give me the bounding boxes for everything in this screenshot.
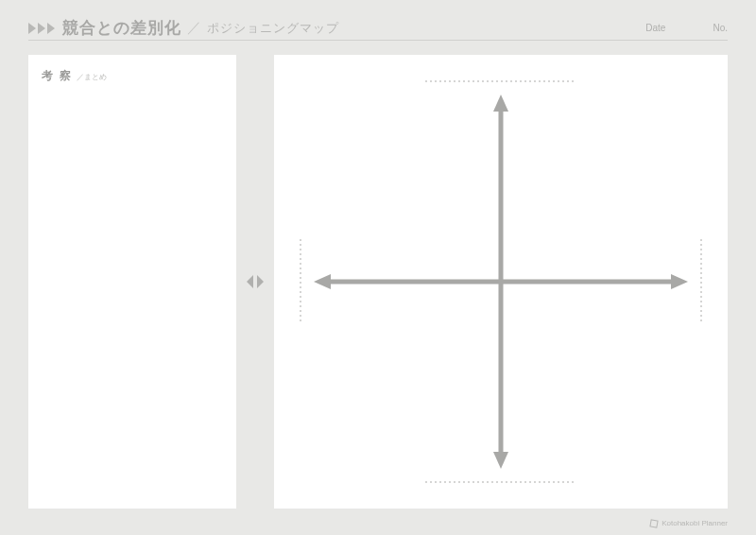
title-separator: ／ xyxy=(187,19,201,37)
divider-arrows-icon xyxy=(246,272,265,291)
header: 競合との差別化 ／ ポジショニングマップ Date No. xyxy=(28,17,728,39)
brand-label: Kotohakobi Planner xyxy=(662,519,728,527)
positioning-map-panel xyxy=(274,55,728,509)
page-subtitle: ポジショニングマップ xyxy=(207,20,339,37)
observation-subtitle: ／まとめ xyxy=(77,73,107,81)
triangle-bullets-icon xyxy=(28,23,55,34)
brand-icon xyxy=(650,519,659,527)
header-underline xyxy=(28,40,728,41)
observation-panel: 考 察／まとめ xyxy=(28,55,236,509)
observation-title: 考 察 xyxy=(42,69,73,82)
positioning-axes-icon xyxy=(274,55,728,509)
svg-marker-0 xyxy=(247,275,253,288)
svg-marker-4 xyxy=(493,452,508,469)
svg-marker-6 xyxy=(314,274,331,289)
date-label: Date xyxy=(645,23,665,33)
svg-marker-7 xyxy=(671,274,688,289)
header-left: 競合との差別化 ／ ポジショニングマップ xyxy=(28,17,339,39)
page-title: 競合との差別化 xyxy=(62,17,181,39)
svg-marker-3 xyxy=(493,95,508,112)
footer: Kotohakobi Planner xyxy=(650,519,728,527)
content-area: 考 察／まとめ xyxy=(28,55,728,509)
panel-divider xyxy=(236,272,274,291)
header-meta: Date No. xyxy=(645,23,728,33)
svg-marker-1 xyxy=(257,275,264,288)
no-label: No. xyxy=(713,23,728,33)
